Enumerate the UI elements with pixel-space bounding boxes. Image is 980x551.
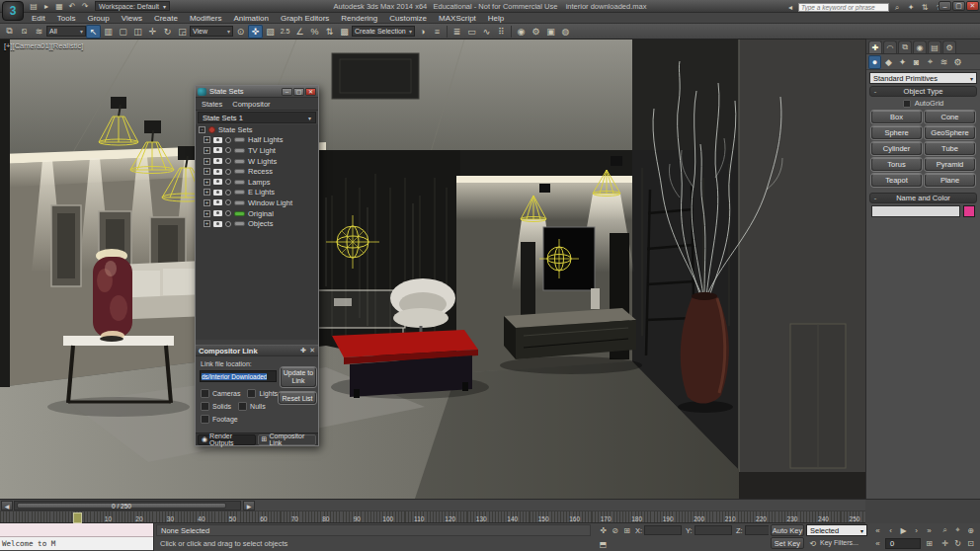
use-pivot-center-icon[interactable]: ⊙ bbox=[233, 25, 248, 39]
sphere-button[interactable]: Sphere bbox=[871, 126, 922, 139]
state-toggle-icon[interactable] bbox=[234, 148, 245, 153]
menu-compositor[interactable]: Compositor bbox=[232, 100, 270, 109]
schematic-view-icon[interactable]: ⠿ bbox=[494, 25, 509, 39]
state-row[interactable]: + TV Light bbox=[196, 145, 318, 156]
material-editor-icon[interactable]: ◉ bbox=[514, 25, 529, 39]
state-sets-titlebar[interactable]: State Sets – ▢ ✕ bbox=[196, 86, 318, 98]
compositor-link-tab[interactable]: ⊞ Compositor Link bbox=[258, 434, 316, 445]
pin-icon[interactable]: ✚ bbox=[300, 347, 306, 354]
state-radio[interactable] bbox=[225, 221, 231, 227]
menu-help[interactable]: Help bbox=[482, 14, 510, 23]
next-key-icon[interactable]: › bbox=[910, 524, 923, 536]
expand-icon[interactable]: + bbox=[204, 147, 210, 154]
lights-checkbox[interactable] bbox=[247, 389, 256, 398]
expand-icon[interactable]: + bbox=[204, 179, 210, 186]
state-toggle-icon-active[interactable] bbox=[234, 211, 245, 216]
unlink-selection-icon[interactable]: ⧅ bbox=[17, 25, 32, 39]
select-by-name-icon[interactable]: ▥ bbox=[101, 25, 116, 39]
record-state-icon[interactable] bbox=[213, 221, 222, 227]
state-toggle-icon[interactable] bbox=[234, 200, 245, 205]
zoom-all-icon[interactable]: ⌖ bbox=[951, 524, 964, 536]
tab-hierarchy-icon[interactable]: ⧉ bbox=[898, 40, 912, 53]
select-object-icon[interactable]: ↖ bbox=[86, 25, 101, 39]
keyboard-override-icon[interactable]: ▧ bbox=[263, 25, 278, 39]
exchange-icon[interactable]: ⇅ bbox=[919, 2, 931, 13]
tab-modify-icon[interactable]: ◠ bbox=[883, 40, 897, 53]
mirror-icon[interactable]: ◑ bbox=[415, 25, 430, 39]
pyramid-button[interactable]: Pyramid bbox=[925, 158, 975, 171]
maximize-button[interactable]: ▢ bbox=[952, 1, 965, 11]
tab-create-icon[interactable]: ✚ bbox=[868, 40, 882, 53]
footage-checkbox[interactable] bbox=[201, 415, 209, 424]
search-input[interactable] bbox=[798, 3, 889, 12]
panel-close-icon[interactable]: ✕ bbox=[309, 347, 315, 354]
render-outputs-tab[interactable]: ◉ Render Outputs bbox=[198, 434, 256, 445]
cameras-checkbox[interactable] bbox=[201, 389, 209, 398]
menu-customize[interactable]: Customize bbox=[383, 14, 433, 23]
record-state-icon[interactable] bbox=[213, 158, 222, 164]
render-production-icon[interactable]: ◍ bbox=[558, 25, 573, 39]
render-setup-icon[interactable]: ⚙ bbox=[529, 25, 543, 39]
tab-utilities-icon[interactable]: ⚙ bbox=[942, 40, 956, 53]
time-tag-cube-icon[interactable]: ⬒ bbox=[597, 538, 610, 550]
time-slider-track[interactable]: 0 / 250 bbox=[14, 501, 241, 511]
record-state-icon[interactable] bbox=[213, 199, 222, 205]
state-radio[interactable] bbox=[225, 169, 231, 175]
menu-maxscript[interactable]: MAXScript bbox=[433, 14, 482, 23]
state-radio[interactable] bbox=[225, 147, 231, 153]
layer-manager-icon[interactable]: ≣ bbox=[449, 25, 464, 39]
speaker-left[interactable] bbox=[521, 242, 535, 321]
name-color-rollout[interactable]: - Name and Color bbox=[869, 193, 977, 203]
viewport-label[interactable]: [+][Camera01][Realistic] bbox=[4, 41, 83, 50]
state-radio[interactable] bbox=[225, 158, 231, 164]
shapes-icon[interactable]: ◆ bbox=[882, 55, 895, 69]
x-coordinate-field[interactable] bbox=[644, 525, 682, 535]
object-type-rollout[interactable]: - Object Type bbox=[869, 86, 977, 97]
key-mode-toggle-icon[interactable]: « bbox=[871, 537, 884, 549]
state-row[interactable]: + W Lights bbox=[196, 156, 318, 167]
track-bar-ruler[interactable]: 1020304050607080901001101201301401501601… bbox=[0, 511, 865, 523]
state-row[interactable]: + Window Light bbox=[196, 197, 318, 208]
state-radio[interactable] bbox=[225, 179, 231, 185]
close-button[interactable]: ✕ bbox=[966, 1, 979, 11]
spinner-snap-icon[interactable]: ⇅ bbox=[322, 25, 337, 39]
select-and-rotate-icon[interactable]: ↻ bbox=[160, 25, 175, 39]
record-state-icon[interactable] bbox=[213, 137, 222, 143]
cylinder-button[interactable]: Cylinder bbox=[871, 142, 922, 155]
record-state-icon[interactable] bbox=[213, 169, 222, 175]
next-frame-arrow[interactable]: ▶ bbox=[243, 501, 255, 511]
zoom-extents-icon[interactable]: ⊕ bbox=[964, 524, 977, 536]
spacewarps-icon[interactable]: ≋ bbox=[938, 55, 950, 69]
previous-frame-arrow[interactable]: ◀ bbox=[1, 501, 13, 511]
tab-motion-icon[interactable]: ◉ bbox=[913, 40, 927, 53]
state-row-objects[interactable]: + Objects bbox=[196, 218, 318, 229]
state-radio[interactable] bbox=[225, 137, 231, 143]
select-and-move-icon[interactable]: ✛ bbox=[145, 25, 160, 39]
object-name-field[interactable] bbox=[871, 205, 960, 217]
reference-coordinate-dropdown[interactable]: View ▾ bbox=[190, 26, 233, 37]
time-config-icon[interactable]: ⊞ bbox=[923, 537, 936, 549]
search-icon[interactable]: ⌕ bbox=[891, 2, 903, 13]
maxscript-mini-listener[interactable]: Welcome to M bbox=[0, 523, 154, 551]
dialog-minimize-icon[interactable]: – bbox=[282, 88, 292, 96]
tab-display-icon[interactable]: ▤ bbox=[928, 40, 941, 53]
absolute-mode-icon[interactable]: ⊞ bbox=[620, 524, 633, 536]
expand-icon[interactable]: + bbox=[204, 210, 210, 217]
state-row-original[interactable]: + Original bbox=[196, 208, 318, 219]
angle-snap-icon[interactable]: ∠ bbox=[292, 25, 307, 39]
tree-root-row[interactable]: - State Sets bbox=[196, 124, 318, 135]
time-slider-handle[interactable]: 0 / 250 bbox=[17, 503, 226, 509]
zoom-icon[interactable]: ⌕ bbox=[939, 524, 951, 536]
previous-key-icon[interactable]: ‹ bbox=[884, 524, 897, 536]
percent-snap-icon[interactable]: % bbox=[307, 25, 322, 39]
y-coordinate-field[interactable] bbox=[694, 525, 732, 535]
box-button[interactable]: Box bbox=[871, 111, 922, 123]
reset-list-button[interactable]: Reset List bbox=[279, 392, 316, 404]
systems-icon[interactable]: ⚙ bbox=[951, 55, 964, 69]
key-filters-link[interactable]: Key Filters... bbox=[820, 539, 858, 546]
orbit-icon[interactable]: ↻ bbox=[951, 537, 964, 549]
bind-to-spacewarp-icon[interactable]: ≋ bbox=[32, 25, 46, 39]
camera-viewport[interactable]: [+][Camera01][Realistic] bbox=[0, 39, 865, 499]
snap-toggle-icon[interactable]: 2.5 bbox=[278, 25, 292, 39]
select-and-link-icon[interactable]: ⧉ bbox=[2, 25, 17, 39]
